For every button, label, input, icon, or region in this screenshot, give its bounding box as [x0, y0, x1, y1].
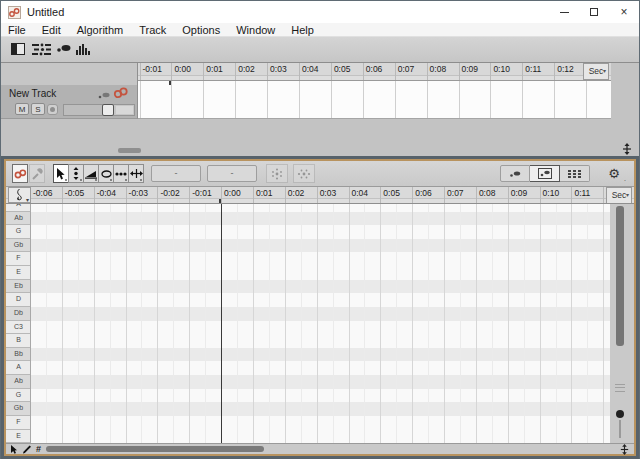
- track-record-arm-button[interactable]: [47, 104, 58, 115]
- mute-button[interactable]: M: [15, 103, 29, 115]
- editor-ruler-label: 0:10: [543, 188, 560, 198]
- note-cell[interactable]: Db: [6, 307, 31, 321]
- note-cell[interactable]: E: [6, 430, 31, 443]
- clef-selector[interactable]: ▾: [8, 187, 31, 203]
- track-lane[interactable]: [138, 81, 611, 119]
- display-mode-blobs[interactable]: [500, 165, 530, 182]
- note-cell[interactable]: B: [6, 334, 31, 348]
- note-assignment-mode-button[interactable]: [29, 164, 45, 183]
- track-blob-icon[interactable]: [98, 91, 111, 100]
- track-volume-slider[interactable]: [63, 104, 135, 116]
- note-cell[interactable]: Ab: [6, 212, 31, 226]
- menu-item-algorithm[interactable]: Algorithm: [69, 23, 131, 37]
- editor-ruler-tick: [126, 187, 127, 204]
- pitch-tool[interactable]: [68, 164, 84, 183]
- note-cell[interactable]: G: [6, 225, 31, 239]
- track-ruler-label: 0:02: [238, 64, 255, 74]
- formant-tool-icon: [85, 169, 97, 179]
- menu-item-window[interactable]: Window: [228, 23, 283, 37]
- pencil-tool-icon[interactable]: [22, 445, 32, 454]
- vertical-zoom-knob[interactable]: [616, 410, 624, 418]
- menu-item-file[interactable]: File: [1, 23, 34, 37]
- track-hscroll-thumb[interactable]: [118, 148, 141, 153]
- time-handle-tool[interactable]: [128, 164, 144, 183]
- time-macro-button[interactable]: [293, 164, 315, 183]
- amplitude-tool[interactable]: [98, 164, 114, 183]
- timing-tool[interactable]: [113, 164, 129, 183]
- note-cell[interactable]: C3: [6, 321, 31, 335]
- note-cell[interactable]: Ab: [6, 375, 31, 389]
- editor-ruler-tick: [380, 187, 381, 204]
- note-cell[interactable]: E: [6, 266, 31, 280]
- note-cell[interactable]: F: [6, 252, 31, 266]
- track-lane-gridline: [427, 81, 428, 118]
- editor-vscroll-thumb[interactable]: [616, 206, 624, 346]
- close-button[interactable]: ×: [609, 1, 639, 23]
- track-ruler-tick: [235, 63, 236, 81]
- note-cell[interactable]: F: [6, 416, 31, 430]
- maximize-button[interactable]: [579, 1, 609, 23]
- menu-item-edit[interactable]: Edit: [34, 23, 69, 37]
- track-ruler-tick: [171, 63, 172, 81]
- track-lane-gridline: [267, 81, 268, 118]
- track-name[interactable]: New Track: [9, 88, 56, 99]
- grid-second-line: [540, 204, 541, 443]
- note-grid[interactable]: [31, 204, 610, 443]
- note-cell[interactable]: D: [6, 293, 31, 307]
- app-window: Untitled × File Edit Algorithm Track Opt…: [0, 0, 640, 459]
- editor-ruler-tick: [603, 187, 604, 204]
- panel-layout-icon[interactable]: [11, 43, 26, 55]
- track-header[interactable]: New Track M S: [1, 85, 138, 119]
- display-mode-blobs-framed[interactable]: [530, 165, 560, 182]
- time-handle-tool-icon: [130, 168, 143, 179]
- editor-hscroll-thumb[interactable]: [46, 446, 264, 452]
- editor-scroll-zoom-grip-icon[interactable]: [619, 444, 630, 455]
- track-ruler-label: 0:11: [525, 64, 541, 74]
- editor-playhead[interactable]: [221, 204, 222, 443]
- time-snap-dropdown[interactable]: -: [207, 165, 257, 182]
- edit-pitch-mode-button[interactable]: [12, 164, 28, 183]
- cycle-range-strip[interactable]: [138, 75, 611, 80]
- vertical-zoom-track[interactable]: [619, 420, 621, 438]
- note-cell[interactable]: G: [6, 389, 31, 403]
- main-tool-arrow[interactable]: [53, 164, 69, 183]
- track-ruler-unit-selector[interactable]: Sec▾: [583, 63, 609, 80]
- editor-timeline-ruler[interactable]: ▾ Sec▾ -0:06-0:05-0:04-0:03-0:02-0:010:0…: [6, 187, 634, 204]
- note-cell[interactable]: Gb: [6, 402, 31, 416]
- note-cell[interactable]: A: [6, 361, 31, 375]
- display-mode-grid[interactable]: [560, 165, 590, 182]
- menu-item-help[interactable]: Help: [283, 23, 322, 37]
- track-timeline-ruler[interactable]: Sec▾ -0:010:000:010:020:030:040:050:060:…: [138, 63, 611, 81]
- grid-half-second-line: [364, 204, 365, 443]
- note-cell[interactable]: Eb: [6, 280, 31, 294]
- note-cell[interactable]: Gb: [6, 239, 31, 253]
- minimize-button[interactable]: [549, 1, 579, 23]
- menu-bar: File Edit Algorithm Track Options Window…: [1, 23, 639, 37]
- track-panel-resize-grip-icon[interactable]: [621, 143, 633, 155]
- pitch-snap-dropdown[interactable]: -: [151, 165, 201, 182]
- tracks-icon[interactable]: [32, 43, 52, 56]
- bottom-arrow-tool-icon[interactable]: [10, 445, 18, 454]
- solo-button[interactable]: S: [31, 103, 45, 115]
- formant-tool[interactable]: [83, 164, 99, 183]
- note-cell[interactable]: A: [6, 204, 31, 212]
- menu-item-options[interactable]: Options: [174, 23, 228, 37]
- pitch-macro-button[interactable]: [266, 164, 288, 183]
- grid-second-line: [253, 204, 254, 443]
- grid-second-line: [571, 204, 572, 443]
- spectrum-icon[interactable]: [76, 43, 92, 55]
- note-cell[interactable]: Bb: [6, 348, 31, 362]
- editor-ruler-label: -0:05: [65, 188, 84, 198]
- blob-icon[interactable]: [56, 43, 72, 55]
- menu-item-track[interactable]: Track: [131, 23, 174, 37]
- grid-toggle-icon[interactable]: #: [36, 444, 41, 454]
- editor-settings-gear-icon[interactable]: ⚙: [608, 165, 620, 182]
- track-algorithm-link-icon[interactable]: [113, 87, 129, 99]
- track-volume-handle[interactable]: [102, 104, 114, 116]
- blob-link-icon: [14, 169, 27, 179]
- editor-ruler-label: 0:00: [224, 188, 241, 198]
- track-panel-corner: [1, 63, 138, 85]
- grid-second-line: [126, 204, 127, 443]
- pitch-tool-icon: [72, 167, 80, 180]
- editor-ruler-unit-selector[interactable]: Sec▾: [606, 187, 632, 204]
